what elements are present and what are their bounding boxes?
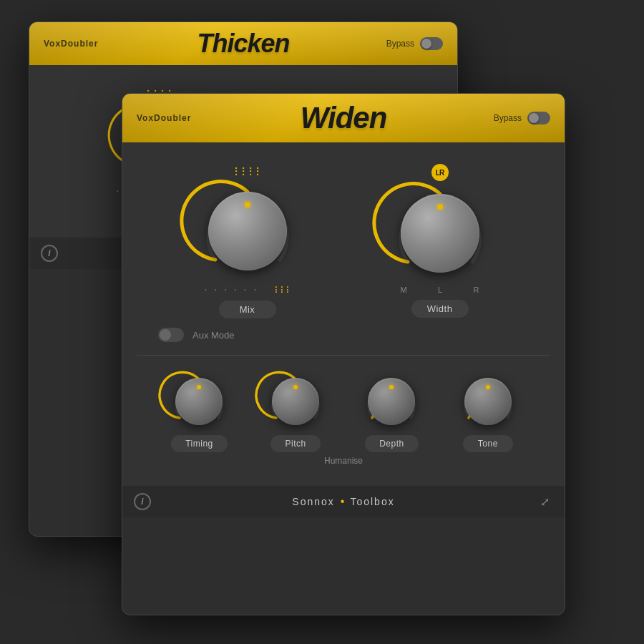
widen-section-divider xyxy=(137,355,550,356)
widen-pitch-dot xyxy=(293,385,298,389)
widen-pitch-knob[interactable] xyxy=(268,374,323,429)
widen-content: ⫶⫶⫶⫶ · · · · · · ⫶⫶⫶ Mix xyxy=(122,142,565,486)
widen-mix-container: ⫶⫶⫶⫶ · · · · · · ⫶⫶⫶ Mix xyxy=(201,164,294,318)
thicken-header: VoxDoubler Thicken Bypass xyxy=(29,22,457,65)
widen-resize-button[interactable]: ⤢ xyxy=(536,493,553,510)
widen-depth-dot xyxy=(389,385,394,389)
widen-dots-left: · · · · · · xyxy=(205,283,259,295)
widen-aux-mode-row: Aux Mode xyxy=(137,322,550,348)
widen-footer-brand: Sonnox xyxy=(292,496,334,507)
widen-width-container: LR M L R Width xyxy=(394,164,487,318)
widen-width-knob-dot xyxy=(437,204,443,210)
widen-lr-badge: LR xyxy=(431,164,449,181)
widen-depth-knob-body xyxy=(368,378,415,425)
widen-humanise-label: Humanise xyxy=(137,456,550,472)
thicken-brand: VoxDoubler xyxy=(44,39,98,49)
widen-header: VoxDoubler Widen Bypass xyxy=(122,94,565,142)
thicken-bypass-toggle[interactable] xyxy=(420,37,443,50)
widen-tone-label-btn[interactable]: Tone xyxy=(463,435,513,452)
widen-depth-label-btn[interactable]: Depth xyxy=(365,435,419,452)
widen-bypass-group: Bypass xyxy=(494,112,550,125)
widen-footer: i Sonnox • Toolbox ⤢ xyxy=(122,486,565,517)
widen-width-bottom-markers: M L R xyxy=(394,286,487,294)
widen-bottom-section: Timing Pitch xyxy=(137,363,550,456)
widen-mix-knob-dot xyxy=(245,202,250,208)
widen-l-marker: L xyxy=(438,286,442,294)
widen-width-knob[interactable] xyxy=(394,187,487,280)
widen-mix-knob[interactable] xyxy=(201,185,294,278)
widen-tone-knob-body xyxy=(464,378,512,425)
thicken-info-button[interactable]: i xyxy=(41,245,58,262)
widen-mix-label-btn[interactable]: Mix xyxy=(219,301,276,318)
widen-timing-knob[interactable] xyxy=(171,374,227,429)
widen-title: Widen xyxy=(301,101,387,135)
widen-timing-container: Timing xyxy=(171,374,228,452)
thicken-bypass-group: Bypass xyxy=(386,37,443,50)
widen-info-button[interactable]: i xyxy=(134,493,151,510)
widen-width-label-btn[interactable]: Width xyxy=(411,300,469,318)
widen-m-marker: M xyxy=(401,286,407,294)
widen-tone-knob[interactable] xyxy=(460,374,516,429)
widen-pitch-knob-body xyxy=(272,378,319,425)
widen-depth-container: Depth xyxy=(364,374,419,452)
widen-width-knob-body xyxy=(401,194,479,273)
thicken-bypass-label: Bypass xyxy=(386,39,414,49)
widen-timing-label-btn[interactable]: Timing xyxy=(171,435,228,452)
widen-panel: VoxDoubler Widen Bypass ⫶⫶⫶⫶ xyxy=(122,93,565,615)
widen-mix-waveform: ⫶⫶⫶⫶ xyxy=(233,164,262,179)
widen-wave-right: ⫶⫶⫶ xyxy=(273,283,291,295)
widen-aux-mode-label: Aux Mode xyxy=(192,330,235,341)
widen-tone-dot xyxy=(486,385,490,389)
widen-pitch-container: Pitch xyxy=(268,374,323,452)
widen-top-section: ⫶⫶⫶⫶ · · · · · · ⫶⫶⫶ Mix xyxy=(137,157,550,322)
widen-timing-knob-body xyxy=(175,378,223,425)
widen-tone-container: Tone xyxy=(460,374,516,452)
widen-bypass-label: Bypass xyxy=(494,113,522,123)
widen-timing-dot xyxy=(197,385,201,389)
widen-aux-mode-toggle[interactable] xyxy=(158,328,184,342)
thicken-title: Thicken xyxy=(197,29,289,59)
widen-footer-product: Toolbox xyxy=(350,496,394,507)
widen-brand: VoxDoubler xyxy=(137,113,191,123)
widen-bypass-toggle[interactable] xyxy=(527,112,550,125)
widen-pitch-label-btn[interactable]: Pitch xyxy=(270,435,321,452)
widen-mix-knob-body xyxy=(208,192,287,270)
widen-footer-dot: • xyxy=(341,495,345,508)
widen-depth-knob[interactable] xyxy=(364,374,419,429)
widen-r-marker: R xyxy=(474,286,479,294)
widen-mix-bottom-markers: · · · · · · ⫶⫶⫶ xyxy=(201,283,294,295)
